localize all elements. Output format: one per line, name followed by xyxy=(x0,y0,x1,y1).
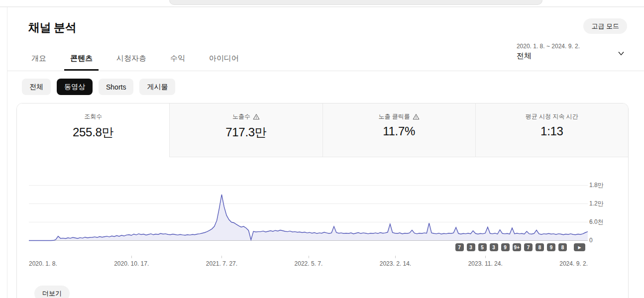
axis-tick xyxy=(131,256,132,258)
tab-revenue[interactable]: 수익 xyxy=(164,47,191,71)
metric-label: 노출수 xyxy=(170,112,322,121)
views-line-chart[interactable] xyxy=(29,180,588,241)
video-count-badge[interactable]: 3 xyxy=(467,243,475,251)
metric-card-avg-duration[interactable]: 평균 시청 지속 시간1:13 xyxy=(475,103,628,157)
tab-audience[interactable]: 시청자층 xyxy=(110,47,152,71)
warning-icon xyxy=(253,113,260,120)
x-axis-tick-label: 2023. 11. 24. xyxy=(468,260,503,267)
x-axis-tick-label: 2023. 2. 14. xyxy=(380,260,411,267)
metric-card-impressions[interactable]: 노출수717.3만 xyxy=(169,103,322,157)
axis-tick xyxy=(309,256,309,258)
tab-content[interactable]: 콘텐츠 xyxy=(64,47,99,71)
metric-label: 조회수 xyxy=(17,112,169,121)
advanced-mode-button[interactable]: 고급 모드 xyxy=(583,18,627,34)
play-badge-icon[interactable]: ▶ xyxy=(574,243,585,251)
metric-value: 1:13 xyxy=(476,124,628,138)
video-count-badge[interactable]: 9 xyxy=(501,243,510,251)
x-axis-tick-label: 2024. 9. 2. xyxy=(559,260,588,267)
x-axis-tick-label: 2021. 7. 27. xyxy=(206,260,237,267)
metrics-row: 조회수255.8만노출수717.3만노출 클릭률11.7%평균 시청 지속 시간… xyxy=(17,103,628,157)
filter-chip-videos[interactable]: 동영상 xyxy=(57,79,93,95)
metric-card-ctr[interactable]: 노출 클릭률11.7% xyxy=(322,103,475,157)
warning-icon xyxy=(413,113,420,120)
search-bar-partial[interactable] xyxy=(169,0,542,5)
metric-label: 노출 클릭률 xyxy=(323,112,475,121)
date-range-selected: 전체 xyxy=(517,51,580,61)
video-marker-badges: 735399+7898▶ xyxy=(455,243,585,251)
video-count-badge[interactable]: 7 xyxy=(524,243,533,251)
metric-value: 717.3만 xyxy=(170,124,322,140)
page-title: 채널 분석 xyxy=(28,20,76,35)
filter-chip-posts[interactable]: 게시물 xyxy=(139,79,175,95)
tab-overview[interactable]: 개요 xyxy=(25,47,52,71)
y-axis-tick-label: 1.8만 xyxy=(589,182,612,189)
video-count-badge[interactable]: 7 xyxy=(455,243,464,251)
filter-chip-shorts[interactable]: Shorts xyxy=(99,79,133,95)
analytics-card: 조회수255.8만노출수717.3만노출 클릭률11.7%평균 시청 지속 시간… xyxy=(16,103,629,298)
y-axis-tick-label: 1.2만 xyxy=(589,200,612,207)
video-count-badge[interactable]: 3 xyxy=(490,243,498,251)
top-app-bar xyxy=(0,0,644,7)
filter-chip-all[interactable]: 전체 xyxy=(22,79,51,95)
see-more-button[interactable]: 더보기 xyxy=(34,286,70,298)
y-axis-tick-label: 0 xyxy=(589,237,612,244)
x-axis-tick-label: 2020. 10. 17. xyxy=(114,260,149,267)
y-axis-labels: 1.8만1.2만6.0천0 xyxy=(589,182,612,244)
analytics-page: 채널 분석 고급 모드 개요콘텐츠시청자층수익아이디어 2020. 1. 8. … xyxy=(0,0,644,298)
x-axis-labels: 2020. 1. 8.2020. 10. 17.2021. 7. 27.2022… xyxy=(29,260,588,267)
metric-value: 255.8만 xyxy=(17,124,169,140)
metric-label: 평균 시청 지속 시간 xyxy=(476,112,628,121)
date-range-text: 2020. 1. 8. ~ 2024. 9. 2. xyxy=(517,43,580,50)
metric-card-views[interactable]: 조회수255.8만 xyxy=(17,103,169,157)
metric-value: 11.7% xyxy=(323,124,475,138)
axis-tick xyxy=(395,256,396,258)
chevron-down-icon[interactable] xyxy=(616,48,626,58)
axis-tick xyxy=(221,256,222,258)
video-count-badge[interactable]: 5 xyxy=(478,243,487,251)
video-count-badge[interactable]: 9 xyxy=(547,243,555,251)
video-count-badge[interactable]: 8 xyxy=(536,243,544,251)
axis-tick xyxy=(485,256,486,258)
date-range-picker[interactable]: 2020. 1. 8. ~ 2024. 9. 2. 전체 xyxy=(517,43,580,61)
y-axis-tick-label: 6.0천 xyxy=(589,218,612,225)
x-axis-tick-label: 2022. 5. 7. xyxy=(295,260,323,267)
video-count-badge[interactable]: 9+ xyxy=(513,243,521,251)
tab-ideas[interactable]: 아이디어 xyxy=(203,47,245,71)
content-type-filter: 전체동영상Shorts게시물 xyxy=(22,79,175,95)
video-count-badge[interactable]: 8 xyxy=(558,243,567,251)
x-axis-tick-label: 2020. 1. 8. xyxy=(29,260,57,267)
